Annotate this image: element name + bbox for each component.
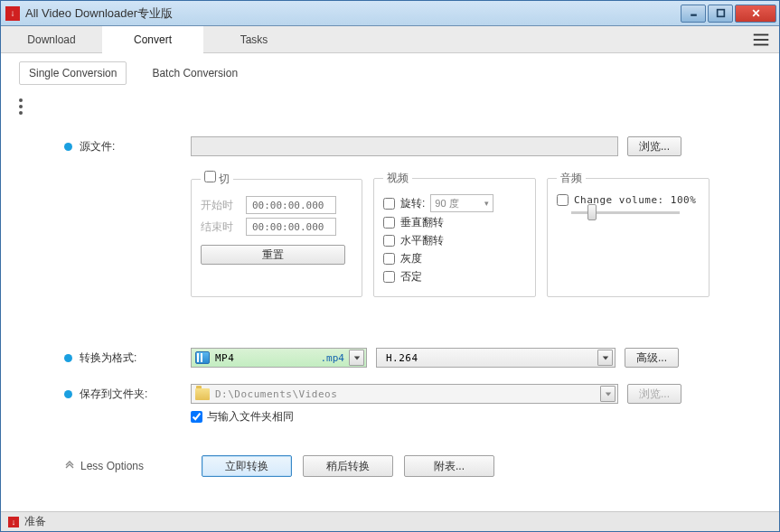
chevron-down-icon xyxy=(597,350,613,366)
menu-button[interactable] xyxy=(743,26,779,52)
advanced-button[interactable]: 高级... xyxy=(625,348,679,368)
sub-tabs: Single Conversion Batch Conversion xyxy=(1,53,779,86)
format-select[interactable]: MP4 .mp4 xyxy=(191,348,367,368)
cut-enable-checkbox[interactable] xyxy=(204,171,216,182)
statusbar: ↓ 准备 xyxy=(1,511,779,531)
rotate-select[interactable]: 90 度▾ xyxy=(430,194,493,212)
main-tabs: Download Convert Tasks xyxy=(1,26,779,53)
chevron-down-icon xyxy=(349,350,364,366)
window-title: All Video Downloader专业版 xyxy=(25,5,679,22)
reset-cut-button[interactable]: 重置 xyxy=(201,245,345,265)
subtab-batch-conversion[interactable]: Batch Conversion xyxy=(143,62,247,84)
bullet-icon xyxy=(64,354,72,362)
folder-icon xyxy=(195,388,210,400)
chevron-up-icon xyxy=(64,461,75,471)
browse-source-button[interactable]: 浏览... xyxy=(627,136,681,156)
svg-marker-9 xyxy=(605,392,610,396)
flip-vertical-checkbox[interactable] xyxy=(383,217,395,229)
tab-tasks[interactable]: Tasks xyxy=(203,26,305,52)
negate-checkbox[interactable] xyxy=(383,271,395,283)
svg-rect-1 xyxy=(717,10,724,17)
append-button[interactable]: 附表... xyxy=(404,455,494,477)
status-text: 准备 xyxy=(24,514,46,529)
less-options-toggle[interactable]: Less Options xyxy=(64,460,191,472)
film-icon xyxy=(195,351,210,364)
chevron-down-icon xyxy=(600,386,616,402)
tab-convert[interactable]: Convert xyxy=(102,26,203,53)
start-time-input[interactable] xyxy=(246,196,336,214)
browse-save-button: 浏览... xyxy=(627,384,681,404)
svg-marker-7 xyxy=(353,356,359,359)
form-area: 源文件: 浏览... 切 开始时 xyxy=(19,136,761,477)
bullet-icon xyxy=(64,143,72,151)
save-folder-label: 保存到文件夹: xyxy=(64,384,191,402)
source-file-label: 源文件: xyxy=(64,136,191,154)
more-icon[interactable] xyxy=(19,98,35,115)
change-volume-checkbox[interactable] xyxy=(557,194,569,206)
volume-slider[interactable] xyxy=(557,211,700,214)
cut-group: 切 开始时 结束时 重置 xyxy=(191,171,362,297)
end-time-label: 结束时 xyxy=(201,219,237,235)
content-area: 源文件: 浏览... 切 开始时 xyxy=(1,86,779,511)
rotate-checkbox[interactable] xyxy=(383,198,395,210)
app-icon: ↓ xyxy=(5,6,20,21)
svg-marker-8 xyxy=(602,356,607,359)
flip-horizontal-checkbox[interactable] xyxy=(383,235,395,247)
hamburger-icon xyxy=(751,30,771,50)
same-as-input-checkbox[interactable] xyxy=(191,411,202,423)
status-icon: ↓ xyxy=(8,517,19,527)
minimize-button[interactable] xyxy=(681,5,706,23)
window-controls xyxy=(679,5,776,23)
audio-group: 音频 Change volume: 100% xyxy=(547,171,710,297)
save-path-select[interactable]: D:\Documents\Videos xyxy=(191,384,618,404)
grayscale-checkbox[interactable] xyxy=(383,253,395,265)
titlebar: ↓ All Video Downloader专业版 xyxy=(1,1,779,26)
slider-thumb-icon xyxy=(587,204,597,220)
start-time-label: 开始时 xyxy=(201,198,237,213)
convert-format-label: 转换为格式: xyxy=(64,348,191,366)
tab-download[interactable]: Download xyxy=(1,26,102,52)
rotate-label: 旋转: xyxy=(400,196,425,211)
close-button[interactable] xyxy=(735,5,776,23)
bullet-icon xyxy=(64,390,72,398)
codec-select[interactable]: H.264 xyxy=(376,348,616,368)
convert-now-button[interactable]: 立即转换 xyxy=(202,455,292,477)
subtab-single-conversion[interactable]: Single Conversion xyxy=(19,61,127,85)
end-time-input[interactable] xyxy=(246,218,336,236)
maximize-button[interactable] xyxy=(708,5,733,23)
source-file-input[interactable] xyxy=(191,136,618,156)
convert-later-button[interactable]: 稍后转换 xyxy=(303,455,393,477)
app-window: ↓ All Video Downloader专业版 Download Conve… xyxy=(0,0,780,532)
video-group: 视频 旋转: 90 度▾ 垂直翻转 水平翻转 灰度 否定 xyxy=(373,171,536,297)
